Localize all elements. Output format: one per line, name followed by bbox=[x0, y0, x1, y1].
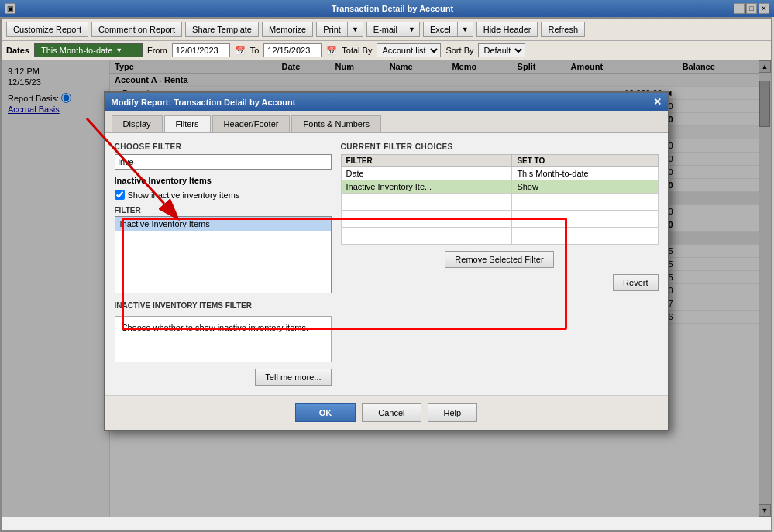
date-bar: Dates This Month-to-date ▼ From 📅 To 📅 T… bbox=[2, 41, 771, 60]
modal-left-panel: CHOOSE FILTER Inactive Inventory Items S… bbox=[115, 142, 332, 386]
current-filter-label: CURRENT FILTER CHOICES bbox=[341, 142, 659, 151]
cancel-btn[interactable]: Cancel bbox=[362, 403, 421, 422]
tab-header-footer[interactable]: Header/Footer bbox=[212, 115, 291, 132]
filter-row-empty3 bbox=[341, 228, 658, 245]
window-title: Transaction Detail by Account bbox=[51, 4, 734, 13]
customize-report-button[interactable]: Customize Report bbox=[6, 22, 88, 37]
modal-title: Modify Report: Transaction Detail by Acc… bbox=[112, 98, 296, 107]
hide-header-button[interactable]: Hide Header bbox=[476, 22, 538, 37]
maximize-btn[interactable]: □ bbox=[746, 3, 757, 14]
sort-by-label: Sort By bbox=[445, 46, 473, 55]
modal-columns: CHOOSE FILTER Inactive Inventory Items S… bbox=[115, 142, 659, 386]
choose-filter-label: CHOOSE FILTER bbox=[115, 142, 332, 151]
filter-item-empty1[interactable] bbox=[115, 231, 331, 246]
tell-me-more-btn[interactable]: Tell me more... bbox=[255, 369, 331, 386]
from-label: From bbox=[147, 46, 167, 55]
to-label: To bbox=[250, 46, 260, 55]
col-filter-label: FILTER bbox=[341, 155, 512, 167]
dates-label: Dates bbox=[6, 46, 29, 55]
main-window: Customize Report Comment on Report Share… bbox=[0, 17, 772, 532]
to-date-input[interactable] bbox=[263, 43, 322, 57]
filter-row-empty1 bbox=[341, 194, 658, 211]
excel-dropdown-arrow[interactable]: ▼ bbox=[457, 22, 473, 37]
modal-tabs: Display Filters Header/Footer Fonts & Nu… bbox=[105, 111, 668, 133]
tab-fonts-numbers[interactable]: Fonts & Numbers bbox=[291, 115, 381, 132]
ok-btn[interactable]: OK bbox=[295, 403, 356, 422]
filter-row-date-filter: Date bbox=[341, 167, 512, 180]
filter-row-inactive-value: Show bbox=[512, 180, 658, 194]
sort-by-dropdown[interactable]: Default bbox=[478, 43, 525, 57]
description-text: Choose whether to show inactive inventor… bbox=[122, 323, 309, 332]
modal-right-panel: CURRENT FILTER CHOICES FILTER SET TO bbox=[341, 142, 659, 386]
total-by-label: Total By bbox=[342, 46, 372, 55]
system-menu-btn[interactable]: ▣ bbox=[5, 3, 15, 14]
checkbox-row: Show inactive inventory items bbox=[115, 190, 332, 200]
toolbar: Customize Report Comment on Report Share… bbox=[2, 19, 771, 41]
excel-split-button: Excel ▼ bbox=[423, 22, 473, 37]
title-bar: ▣ Transaction Detail by Account ─ □ ✕ bbox=[0, 0, 774, 17]
total-by-dropdown[interactable]: Account list bbox=[377, 43, 441, 57]
remove-selected-filter-btn[interactable]: Remove Selected Filter bbox=[445, 251, 553, 268]
modal-footer: OK Cancel Help bbox=[105, 395, 668, 430]
email-dropdown-arrow[interactable]: ▼ bbox=[404, 22, 420, 37]
description-section-label: INACTIVE INVENTORY ITEMS FILTER bbox=[115, 301, 332, 310]
minimize-btn[interactable]: ─ bbox=[734, 3, 745, 14]
memorize-button[interactable]: Memorize bbox=[262, 22, 313, 37]
share-template-button[interactable]: Share Template bbox=[185, 22, 259, 37]
current-filter-table: FILTER SET TO Date This Month-to-date bbox=[341, 154, 659, 245]
checkbox-label: Show inactive inventory items bbox=[128, 190, 240, 200]
to-calendar-icon[interactable]: 📅 bbox=[326, 46, 337, 56]
close-btn[interactable]: ✕ bbox=[759, 3, 769, 14]
tab-display[interactable]: Display bbox=[112, 115, 163, 132]
from-date-input[interactable] bbox=[172, 43, 230, 57]
revert-btn[interactable]: Revert bbox=[613, 274, 658, 291]
date-range-value: This Month-to-date bbox=[41, 46, 112, 55]
filter-section-label: FILTER bbox=[115, 206, 332, 215]
date-range-dropdown[interactable]: This Month-to-date ▼ bbox=[34, 43, 143, 57]
filter-item-empty3[interactable] bbox=[115, 262, 331, 277]
modal-overlay: Modify Report: Transaction Detail by Acc… bbox=[2, 60, 771, 517]
modal-close-btn[interactable]: ✕ bbox=[653, 96, 662, 108]
print-split-button: Print ▼ bbox=[316, 22, 363, 37]
modal-title-bar: Modify Report: Transaction Detail by Acc… bbox=[105, 93, 668, 111]
print-dropdown-arrow[interactable]: ▼ bbox=[347, 22, 363, 37]
date-range-arrow: ▼ bbox=[115, 46, 122, 54]
print-button[interactable]: Print bbox=[316, 22, 347, 37]
filter-row-date[interactable]: Date This Month-to-date bbox=[341, 167, 658, 180]
comment-on-report-button[interactable]: Comment on Report bbox=[91, 22, 182, 37]
excel-button[interactable]: Excel bbox=[423, 22, 457, 37]
filter-detail-title: Inactive Inventory Items bbox=[115, 176, 332, 185]
show-inactive-checkbox[interactable] bbox=[115, 190, 125, 200]
filter-item-empty2[interactable] bbox=[115, 246, 331, 262]
email-button[interactable]: E-mail bbox=[366, 22, 404, 37]
description-box: Choose whether to show inactive inventor… bbox=[115, 316, 332, 362]
filter-row-inactive-filter: Inactive Inventory Ite... bbox=[341, 180, 512, 194]
from-calendar-icon[interactable]: 📅 bbox=[235, 46, 246, 56]
tab-filters[interactable]: Filters bbox=[164, 115, 211, 132]
col-set-to-label: SET TO bbox=[512, 155, 658, 167]
refresh-button[interactable]: Refresh bbox=[541, 22, 585, 37]
filter-list[interactable]: Inactive Inventory Items bbox=[115, 216, 332, 293]
filter-search-input[interactable] bbox=[115, 154, 332, 170]
email-split-button: E-mail ▼ bbox=[366, 22, 420, 37]
modify-report-modal: Modify Report: Transaction Detail by Acc… bbox=[104, 91, 669, 431]
help-btn[interactable]: Help bbox=[428, 403, 478, 422]
filter-row-empty2 bbox=[341, 211, 658, 228]
filter-row-date-value: This Month-to-date bbox=[512, 167, 658, 180]
filter-item-inactive-inventory[interactable]: Inactive Inventory Items bbox=[115, 217, 331, 231]
modal-body: CHOOSE FILTER Inactive Inventory Items S… bbox=[105, 133, 668, 395]
filter-row-inactive[interactable]: Inactive Inventory Ite... Show bbox=[341, 180, 658, 194]
